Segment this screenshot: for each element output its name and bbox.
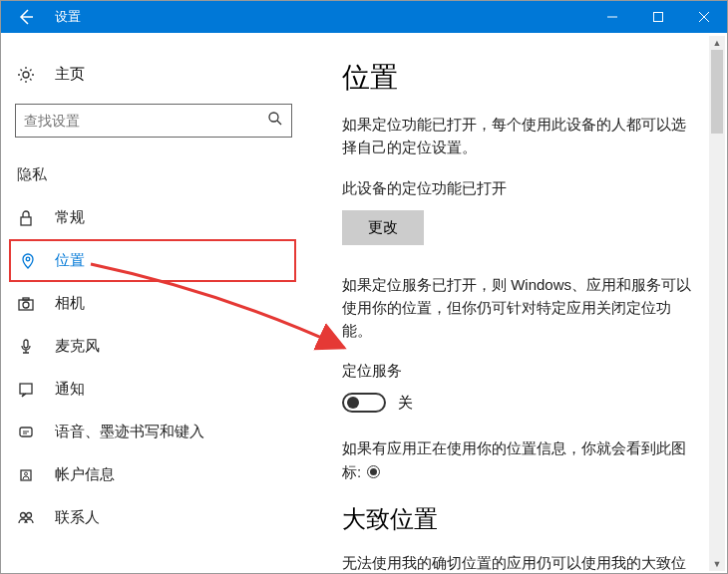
maximize-button[interactable] xyxy=(635,1,681,33)
camera-icon xyxy=(17,295,35,313)
svg-rect-3 xyxy=(21,217,31,225)
svg-point-14 xyxy=(27,512,32,517)
svg-point-12 xyxy=(25,472,28,475)
sidebar-item-label: 语音、墨迹书写和键入 xyxy=(55,423,204,441)
location-indicator-icon xyxy=(367,465,380,478)
location-usage-text: 如果有应用正在使用你的位置信息，你就会看到此图标: xyxy=(342,436,697,483)
close-button[interactable] xyxy=(681,1,727,33)
sidebar-item-label: 通知 xyxy=(55,380,85,399)
minimize-button[interactable] xyxy=(589,1,635,33)
category-heading: 隐私 xyxy=(1,155,310,196)
scroll-down-icon[interactable]: ▼ xyxy=(709,557,725,571)
sidebar-item-notifications[interactable]: 通知 xyxy=(1,368,310,411)
svg-rect-9 xyxy=(20,384,32,394)
sidebar: 主页 隐私 常规 位置 相机 麦克风 通知 xyxy=(1,33,310,573)
sidebar-item-account-info[interactable]: 帐户信息 xyxy=(1,453,310,496)
notification-icon xyxy=(17,381,35,399)
approximate-location-text: 无法使用我的确切位置的应用仍可以使用我的大致位置，如城市、邮政编码或区域。 xyxy=(342,551,697,573)
scroll-thumb[interactable] xyxy=(711,50,723,134)
titlebar: 设置 xyxy=(1,1,727,33)
speech-icon xyxy=(17,424,35,441)
svg-point-2 xyxy=(269,113,278,122)
contacts-icon xyxy=(17,509,35,527)
toggle-state-label: 关 xyxy=(398,394,413,413)
scrollbar[interactable]: ▲ ▼ xyxy=(709,36,725,571)
sidebar-item-general[interactable]: 常规 xyxy=(1,196,310,239)
location-service-label: 定位服务 xyxy=(342,362,697,381)
sidebar-item-label: 位置 xyxy=(55,251,85,270)
window-title: 设置 xyxy=(51,8,81,26)
sidebar-item-location[interactable]: 位置 xyxy=(9,239,296,282)
location-icon xyxy=(19,252,37,270)
search-input[interactable] xyxy=(24,113,267,129)
lock-icon xyxy=(17,209,35,227)
gear-icon xyxy=(17,66,35,84)
sidebar-item-camera[interactable]: 相机 xyxy=(1,282,310,325)
location-intro-text: 如果定位功能已打开，每个使用此设备的人都可以选择自己的定位设置。 xyxy=(342,113,697,159)
account-icon xyxy=(17,466,35,484)
svg-rect-8 xyxy=(24,340,28,348)
sidebar-item-contacts[interactable]: 联系人 xyxy=(1,496,310,539)
sidebar-item-label: 麦克风 xyxy=(55,337,100,356)
window-controls xyxy=(589,1,727,33)
svg-point-13 xyxy=(21,512,26,517)
svg-point-6 xyxy=(23,302,29,308)
search-box[interactable] xyxy=(15,104,292,138)
sidebar-item-label: 帐户信息 xyxy=(55,465,115,484)
location-service-text: 如果定位服务已打开，则 Windows、应用和服务可以使用你的位置，但你仍可针对… xyxy=(342,273,697,343)
svg-rect-0 xyxy=(654,13,663,22)
location-service-toggle-row: 关 xyxy=(342,393,697,413)
device-location-status: 此设备的定位功能已打开 xyxy=(342,179,697,198)
back-arrow-icon xyxy=(16,7,36,27)
approximate-location-heading: 大致位置 xyxy=(342,503,697,535)
change-button[interactable]: 更改 xyxy=(342,210,424,245)
scroll-up-icon[interactable]: ▲ xyxy=(709,36,725,50)
sidebar-item-label: 相机 xyxy=(55,294,85,313)
page-title: 位置 xyxy=(342,59,697,97)
svg-point-4 xyxy=(26,257,30,261)
sidebar-item-microphone[interactable]: 麦克风 xyxy=(1,325,310,368)
sidebar-item-label: 常规 xyxy=(55,208,85,227)
home-link[interactable]: 主页 xyxy=(1,55,310,94)
back-button[interactable] xyxy=(1,1,51,33)
sidebar-item-label: 联系人 xyxy=(55,508,100,527)
main-panel: 位置 如果定位功能已打开，每个使用此设备的人都可以选择自己的定位设置。 此设备的… xyxy=(310,33,727,573)
svg-rect-7 xyxy=(23,298,29,300)
svg-point-1 xyxy=(23,72,29,78)
toggle-knob xyxy=(347,397,359,409)
content-area: 主页 隐私 常规 位置 相机 麦克风 通知 xyxy=(1,33,727,573)
location-service-toggle[interactable] xyxy=(342,393,386,413)
sidebar-item-speech-ink[interactable]: 语音、墨迹书写和键入 xyxy=(1,411,310,453)
microphone-icon xyxy=(17,338,35,356)
search-icon xyxy=(267,111,283,131)
home-label: 主页 xyxy=(55,65,85,84)
